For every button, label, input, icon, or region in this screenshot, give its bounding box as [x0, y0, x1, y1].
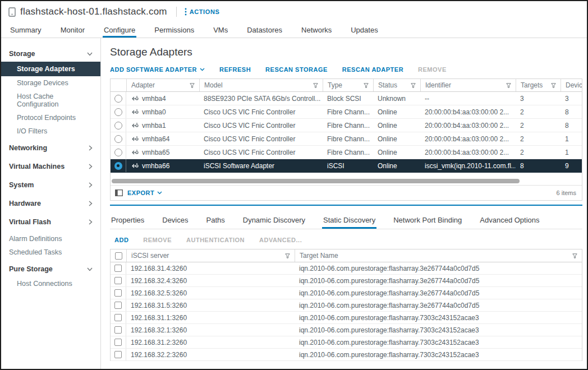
remove-target-button[interactable]: REMOVE — [143, 237, 172, 243]
adapters-toolbar: ADD SOFTWARE ADAPTER REFRESH RESCAN STOR… — [110, 66, 582, 73]
adapter-table-row[interactable]: vmhba66 iSCSI Software Adapter iSCSI Onl… — [111, 159, 582, 173]
adapter-table-row[interactable]: vmhba1 Cisco UCS VIC Fnic Controller Fib… — [111, 119, 582, 132]
devices-cell: 1 — [561, 149, 582, 156]
add-software-adapter-button[interactable]: ADD SOFTWARE ADAPTER — [110, 66, 205, 73]
storage-adapter-icon — [131, 109, 139, 115]
subtab-static-discovery[interactable]: Static Discovery — [322, 212, 376, 229]
sidebar-item-alarm-definitions[interactable]: Alarm Definitions — [1, 232, 100, 246]
subtab-advanced-options[interactable]: Advanced Options — [479, 212, 540, 229]
tab-summary[interactable]: Summary — [9, 22, 43, 38]
row-checkbox[interactable] — [114, 351, 122, 358]
tab-configure[interactable]: Configure — [103, 22, 136, 38]
iscsi-server-cell: 192.168.32.5:3260 — [126, 289, 295, 297]
discovery-table-row[interactable]: 192.168.31.5:3260 iqn.2010-06.com.purest… — [111, 299, 582, 312]
sidebar-item-scheduled-tasks[interactable]: Scheduled Tasks — [1, 246, 100, 259]
subtab-devices[interactable]: Devices — [161, 212, 189, 229]
row-radio[interactable] — [114, 95, 122, 103]
host-titlebar: flashstack-host-01.flashstack.com ACTION… — [1, 1, 587, 22]
sidebar-category-storage[interactable]: Storage — [1, 46, 100, 62]
advanced-button[interactable]: ADVANCED... — [259, 237, 302, 243]
filter-icon[interactable] — [285, 253, 290, 258]
discovery-table-row[interactable]: 192.168.32.5:3260 iqn.2010-06.com.purest… — [111, 287, 582, 299]
devices-cell: 3 — [561, 95, 582, 103]
rescan-adapter-button[interactable]: RESCAN ADAPTER — [342, 66, 403, 73]
discovery-table-row[interactable]: 192.168.31.4:3260 iqn.2010-06.com.purest… — [111, 262, 582, 275]
authentication-button[interactable]: AUTHENTICATION — [186, 237, 245, 243]
sidebar-item-host-cache-configuration[interactable]: Host Cache Configuration — [1, 90, 100, 111]
export-button[interactable]: EXPORT — [127, 189, 162, 196]
adapter-table-row[interactable]: vmhba4 88SE9230 PCIe SATA 6Gb/s Controll… — [111, 92, 582, 105]
discovery-table-row[interactable]: 192.168.31.1:3260 iqn.2010-06.com.purest… — [111, 312, 582, 324]
checkbox-cell — [111, 349, 126, 360]
status-cell: Online — [373, 108, 420, 116]
row-radio[interactable] — [114, 122, 122, 130]
sidebar-item-host-connections[interactable]: Host Connections — [1, 277, 100, 290]
subtab-network-port-binding[interactable]: Network Port Binding — [392, 212, 463, 229]
remove-adapter-button[interactable]: REMOVE — [418, 66, 447, 73]
adapter-table-row[interactable]: vmhba64 Cisco UCS VIC Fnic Controller Fi… — [111, 132, 582, 146]
discovery-table-row[interactable]: 192.168.31.2:3260 iqn.2010-06.com.purest… — [111, 336, 582, 349]
filter-icon[interactable] — [364, 83, 369, 88]
refresh-button[interactable]: REFRESH — [219, 66, 251, 73]
row-checkbox[interactable] — [114, 277, 122, 284]
rescan-storage-button[interactable]: RESCAN STORAGE — [265, 66, 328, 73]
sidebar-item-storage-adapters[interactable]: Storage Adapters — [1, 62, 100, 76]
devices-cell: 9 — [561, 162, 582, 170]
subtab-properties[interactable]: Properties — [110, 212, 145, 229]
row-checkbox[interactable] — [114, 339, 122, 346]
row-checkbox[interactable] — [114, 265, 122, 272]
horizontal-scrollbar-thumb[interactable] — [112, 179, 520, 183]
row-checkbox[interactable] — [114, 302, 122, 309]
radio-cell — [111, 92, 126, 105]
row-radio[interactable] — [114, 135, 122, 143]
target-name-cell: iqn.2010-06.com.purestorage:flasharray.7… — [295, 314, 582, 322]
row-checkbox[interactable] — [114, 326, 122, 334]
adapters-table-body: vmhba4 88SE9230 PCIe SATA 6Gb/s Controll… — [111, 92, 582, 173]
checkbox-cell — [111, 287, 126, 299]
tab-monitor[interactable]: Monitor — [59, 22, 86, 38]
sidebar-category-pure-storage[interactable]: Pure Storage — [1, 261, 100, 277]
adapter-table-row[interactable]: vmhba65 Cisco UCS VIC Fnic Controller Fi… — [111, 146, 582, 159]
filter-icon[interactable] — [506, 83, 511, 88]
column-picker-icon[interactable] — [115, 189, 123, 196]
adapter-cell: vmhba65 — [126, 149, 199, 156]
iscsi-server-cell: 192.168.31.1:3260 — [126, 314, 295, 322]
row-radio[interactable] — [114, 108, 122, 116]
sidebar-item-storage-devices[interactable]: Storage Devices — [1, 76, 100, 90]
sidebar-category-virtual-flash[interactable]: Virtual Flash — [1, 214, 100, 230]
tab-permissions[interactable]: Permissions — [153, 22, 195, 38]
subtab-paths[interactable]: Paths — [205, 212, 226, 229]
tab-vms[interactable]: VMs — [212, 22, 229, 38]
sidebar-category-system[interactable]: System — [1, 177, 100, 193]
row-radio[interactable] — [114, 162, 122, 170]
select-all-checkbox[interactable] — [115, 252, 122, 260]
adapter-table-row[interactable]: vmhba0 Cisco UCS VIC Fnic Controller Fib… — [111, 105, 582, 119]
filter-icon[interactable] — [190, 83, 195, 88]
sidebar-category-hardware[interactable]: Hardware — [1, 196, 100, 211]
row-radio[interactable] — [114, 149, 122, 156]
tab-updates[interactable]: Updates — [350, 22, 379, 38]
iscsi-server-cell: 192.168.31.4:3260 — [126, 265, 295, 272]
type-cell: iSCSI — [323, 162, 373, 170]
tab-networks[interactable]: Networks — [300, 22, 333, 38]
chevron-right-icon — [89, 201, 93, 206]
splitter-divider[interactable] — [110, 205, 582, 206]
sidebar-item-io-filters[interactable]: I/O Filters — [1, 124, 100, 138]
filter-icon[interactable] — [411, 83, 416, 88]
filter-icon[interactable] — [313, 83, 318, 88]
sidebar-item-protocol-endpoints[interactable]: Protocol Endpoints — [1, 111, 100, 124]
sidebar-category-networking[interactable]: Networking — [1, 140, 100, 156]
sidebar-category-virtual-machines[interactable]: Virtual Machines — [1, 159, 100, 174]
row-checkbox[interactable] — [114, 289, 122, 297]
discovery-table-row[interactable]: 192.168.32.4:3260 iqn.2010-06.com.purest… — [111, 275, 582, 287]
discovery-table-row[interactable]: 192.168.32.1:3260 iqn.2010-06.com.purest… — [111, 324, 582, 336]
subtab-dynamic-discovery[interactable]: Dynamic Discovery — [242, 212, 306, 229]
actions-button[interactable]: ACTIONS — [185, 8, 220, 16]
discovery-table-row[interactable]: 192.168.32.2:3260 iqn.2010-06.com.purest… — [111, 349, 582, 361]
page-title: Storage Adapters — [110, 46, 582, 58]
add-target-button[interactable]: ADD — [114, 237, 128, 243]
row-checkbox[interactable] — [114, 314, 122, 321]
filter-icon[interactable] — [551, 83, 556, 88]
filter-icon[interactable] — [572, 253, 577, 258]
tab-datastores[interactable]: Datastores — [246, 22, 283, 38]
